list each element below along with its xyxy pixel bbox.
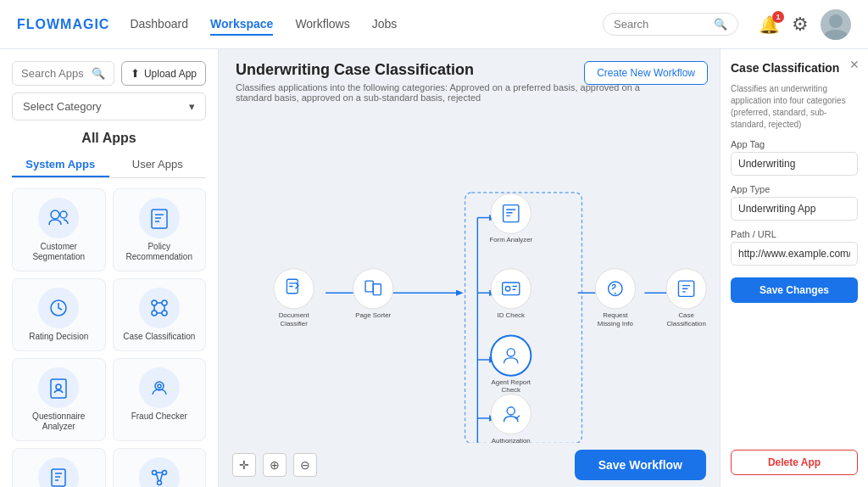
svg-point-42 [491,269,531,309]
svg-text:Request: Request [603,311,628,319]
svg-rect-4 [152,210,167,228]
app-tabs: System Apps User Apps [12,153,206,178]
field-app-type: App Type [731,184,858,221]
svg-point-0 [829,14,843,28]
svg-point-15 [152,471,156,475]
apps-grid: Customer Segmentation Policy Recommendat… [12,188,206,487]
header-icons: 🔔 1 ⚙ [759,9,851,40]
zoom-out-button[interactable]: ⊖ [293,453,317,477]
field-app-type-label: App Type [731,184,858,194]
sidebar-search-icon: 🔍 [92,67,105,80]
save-workflow-button[interactable]: Save Workflow [575,450,706,480]
right-panel: ✕ Case Classification Classifies an unde… [720,49,868,487]
save-changes-button[interactable]: Save Changes [731,277,858,303]
field-app-tag: App Tag [731,139,858,176]
app-case-classification[interactable]: Case Classification [113,278,207,351]
canvas-header: Underwriting Case Classification Classif… [219,49,720,109]
app-policy-recommendation[interactable]: Policy Recommendation [113,188,207,271]
create-workflow-button[interactable]: Create New Workflow [584,61,708,85]
svg-point-31 [274,269,314,309]
svg-point-11 [56,384,61,389]
header-search-input[interactable] [614,18,709,31]
nav: Dashboard Workspace Workflows Jobs [130,14,397,36]
upload-icon: ⬆ [131,67,140,80]
delete-app-button[interactable]: Delete App [731,450,858,475]
svg-point-1 [824,30,848,40]
workflow-svg: Document Classifier Page Sorter [219,109,720,443]
app-name: Rating Decision [29,332,88,342]
svg-text:Missing Info: Missing Info [598,320,634,327]
nav-dashboard[interactable]: Dashboard [130,14,188,36]
svg-text:ID Check: ID Check [498,311,525,319]
svg-point-6 [152,300,157,305]
bell-badge: 1 [772,11,784,23]
header-search-box: 🔍 [603,13,738,36]
svg-point-3 [60,211,67,218]
tab-user-apps[interactable]: User Apps [109,153,207,177]
move-button[interactable]: ✛ [232,453,256,477]
svg-text:Classifier: Classifier [280,320,308,327]
svg-point-39 [491,193,531,233]
main-layout: 🔍 ⬆ Upload App Select Category ▾ All App… [0,49,868,487]
svg-point-46 [491,335,531,375]
svg-point-16 [162,471,166,475]
svg-point-17 [157,481,161,485]
app-icon [38,457,79,487]
zoom-in-button[interactable]: ⊕ [263,453,287,477]
avatar[interactable] [821,9,851,40]
svg-point-50 [491,394,531,434]
app-name: Questionnaire Analyzer [18,411,100,432]
app-claim-classification[interactable]: Claim Classification [12,448,106,487]
svg-point-9 [162,311,167,316]
upload-app-button[interactable]: ⬆ Upload App [121,61,206,86]
sidebar-search-row: 🔍 ⬆ Upload App [12,61,206,86]
header-search-icon: 🔍 [714,18,727,31]
app-customer-segmentation[interactable]: Customer Segmentation [12,188,106,271]
app-icon [38,288,79,328]
logo: FLOWMAGIC [17,17,109,32]
app-icon [139,367,180,408]
field-path-url-input[interactable] [731,242,858,266]
app-icon [38,367,79,408]
app-questionnaire-analyzer[interactable]: Questionnaire Analyzer [12,358,106,441]
sidebar-search-input[interactable] [21,67,86,80]
canvas-area: Underwriting Case Classification Classif… [219,49,720,487]
upload-app-label: Upload App [144,68,197,80]
nav-workflows[interactable]: Workflows [295,14,349,36]
svg-text:Form Analyzer: Form Analyzer [489,236,532,244]
svg-point-54 [595,269,635,309]
svg-text:Agent Report: Agent Report [492,378,531,386]
app-icon [139,457,180,487]
header: FLOWMAGIC Dashboard Workspace Workflows … [0,0,868,49]
gear-icon[interactable]: ⚙ [792,14,809,36]
svg-text:Check: Check [502,386,520,394]
svg-point-8 [152,311,157,316]
nav-jobs[interactable]: Jobs [372,14,398,36]
app-rating-decision[interactable]: Rating Decision [12,278,106,351]
app-icon [139,288,180,328]
field-app-type-input[interactable] [731,197,858,221]
category-select[interactable]: Select Category ▾ [12,92,206,120]
panel-title: Case Classification [731,61,858,75]
sidebar: 🔍 ⬆ Upload App Select Category ▾ All App… [0,49,219,487]
field-app-tag-label: App Tag [731,139,858,149]
tab-system-apps[interactable]: System Apps [12,153,109,177]
app-name: Case Classification [123,332,195,342]
zoom-controls: ✛ ⊕ ⊖ [232,453,317,477]
app-data-capture[interactable]: Data Capture [113,448,207,487]
sidebar-search-box: 🔍 [12,61,114,86]
canvas-footer: ✛ ⊕ ⊖ Save Workflow [219,443,720,487]
svg-text:Page Sorter: Page Sorter [355,311,391,319]
panel-description: Classifies an underwriting application i… [731,83,858,131]
field-app-tag-input[interactable] [731,152,858,176]
panel-close-button[interactable]: ✕ [849,58,860,71]
nav-workspace[interactable]: Workspace [210,14,273,36]
svg-point-7 [162,300,167,305]
canvas-description: Classifies applications into the followi… [236,82,659,103]
all-apps-title: All Apps [12,131,206,146]
app-name: Policy Recommendation [119,242,201,262]
bell-button[interactable]: 🔔 1 [759,14,780,35]
workflow-canvas[interactable]: Document Classifier Page Sorter [219,109,720,443]
svg-point-13 [158,384,161,388]
app-fraud-checker[interactable]: Fraud Checker [113,358,207,441]
